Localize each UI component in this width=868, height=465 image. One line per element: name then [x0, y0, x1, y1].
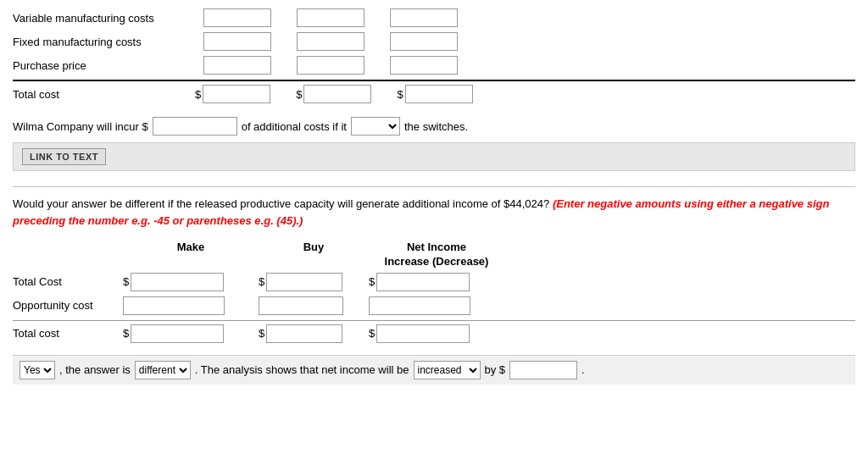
fixed-manufacturing-inputs	[203, 32, 458, 51]
header-net-income: Net Income Increase (Decrease)	[369, 241, 504, 269]
wilma-suffix: the switches.	[404, 120, 468, 133]
by-amount-input[interactable]	[509, 361, 577, 379]
mb-total-cost2-make: $	[123, 324, 259, 343]
mb-opportunity-make	[123, 296, 259, 315]
purchase-price-label: Purchase price	[13, 59, 195, 72]
fixed-manufacturing-label: Fixed manufacturing costs	[13, 36, 195, 48]
mb-total-cost2-net-input[interactable]	[376, 324, 470, 343]
link-to-text-bar: LINK TO TEXT	[13, 142, 855, 171]
dollar-buy-tc2: $	[259, 327, 264, 340]
mb-opportunity-net-input[interactable]	[369, 296, 470, 315]
dollar-sign-3: $	[397, 88, 403, 101]
variable-mfg-col2[interactable]	[297, 8, 364, 27]
dollar-sign-1: $	[195, 88, 201, 101]
mb-total-cost-buy: $	[259, 273, 369, 291]
purchase-price-col2[interactable]	[297, 56, 364, 75]
total-cost-col3-wrap: $	[397, 85, 472, 103]
dollar-sign-2: $	[296, 88, 302, 101]
section-divider	[13, 186, 855, 187]
mb-opportunity-buy-input[interactable]	[259, 296, 343, 315]
variable-manufacturing-inputs	[203, 8, 458, 27]
mb-total-cost-net-input[interactable]	[376, 273, 470, 291]
link-to-text-button[interactable]: LINK TO TEXT	[22, 148, 106, 165]
purchase-price-row: Purchase price	[13, 56, 855, 75]
question-main-text: Would your answer be different if the re…	[13, 197, 549, 210]
total-cost-col1[interactable]	[203, 85, 270, 103]
wilma-middle: of additional costs if it	[242, 120, 347, 133]
fixed-manufacturing-row: Fixed manufacturing costs	[13, 32, 855, 51]
mb-opportunity-buy	[259, 296, 369, 315]
variable-manufacturing-label: Variable manufacturing costs	[13, 12, 195, 25]
mb-total-cost-make: $	[123, 273, 259, 291]
mb-total-cost-make-input[interactable]	[131, 273, 224, 291]
yes-no-dropdown[interactable]: Yes No	[19, 361, 55, 379]
mb-total-cost-label: Total Cost	[13, 275, 123, 288]
mb-opportunity-make-input[interactable]	[123, 296, 225, 315]
purchase-price-inputs	[203, 56, 458, 75]
wilma-cost-input[interactable]	[153, 117, 237, 136]
purchase-price-col1[interactable]	[203, 56, 271, 75]
purchase-price-col3[interactable]	[390, 56, 458, 75]
fixed-mfg-col3[interactable]	[390, 32, 458, 51]
mb-total-cost2-make-input[interactable]	[131, 324, 224, 343]
mb-total-cost2-row: Total cost $ $ $	[13, 320, 855, 343]
total-cost-inputs: $ $ $	[195, 85, 473, 103]
by-label: by $	[485, 363, 506, 376]
dollar-net-tc: $	[369, 275, 375, 288]
variable-mfg-col1[interactable]	[203, 8, 271, 27]
header-buy: Buy	[259, 241, 369, 269]
wilma-dropdown[interactable]: makes buys	[351, 117, 400, 136]
dollar-buy-tc: $	[259, 275, 264, 288]
mb-total-cost-buy-input[interactable]	[266, 273, 342, 291]
total-cost-col2[interactable]	[303, 85, 371, 103]
analysis-text: . The analysis shows that net income wil…	[195, 363, 409, 376]
total-cost-col2-wrap: $	[296, 85, 371, 103]
answer-is-text: , the answer is	[59, 363, 131, 376]
bottom-bar: Yes No , the answer is different same . …	[13, 355, 855, 385]
wilma-row: Wilma Company will incur $ of additional…	[13, 117, 855, 136]
mb-total-cost-row: Total Cost $ $ $	[13, 273, 855, 291]
make-buy-header: Make Buy Net Income Increase (Decrease)	[123, 241, 855, 269]
header-make: Make	[123, 241, 259, 269]
variable-manufacturing-row: Variable manufacturing costs	[13, 8, 855, 27]
fixed-mfg-col2[interactable]	[297, 32, 364, 51]
wilma-prefix: Wilma Company will incur $	[13, 120, 148, 133]
different-dropdown[interactable]: different same	[135, 361, 191, 379]
total-cost-col3[interactable]	[405, 85, 473, 103]
mb-opportunity-row: Opportunity cost	[13, 296, 855, 315]
mb-total-cost2-label: Total cost	[13, 327, 123, 340]
increased-dropdown[interactable]: increased decreased	[414, 361, 481, 379]
dollar-make-tc2: $	[123, 327, 129, 340]
total-cost-col1-wrap: $	[195, 85, 270, 103]
period: .	[581, 363, 585, 376]
variable-mfg-col3[interactable]	[390, 8, 458, 27]
mb-total-cost2-buy: $	[259, 324, 369, 343]
mb-total-cost-net: $	[369, 273, 504, 291]
make-buy-table: Make Buy Net Income Increase (Decrease) …	[13, 241, 855, 343]
dollar-make-tc: $	[123, 275, 129, 288]
mb-total-cost2-net: $	[369, 324, 504, 343]
question-container: Would your answer be different if the re…	[13, 196, 855, 229]
fixed-mfg-col1[interactable]	[203, 32, 271, 51]
mb-opportunity-net	[369, 296, 504, 315]
dollar-net-tc2: $	[369, 327, 375, 340]
mb-total-cost2-buy-input[interactable]	[266, 324, 342, 343]
mb-opportunity-label: Opportunity cost	[13, 299, 123, 312]
total-cost-label: Total cost	[13, 88, 195, 101]
total-cost-row: Total cost $ $ $	[13, 80, 855, 103]
